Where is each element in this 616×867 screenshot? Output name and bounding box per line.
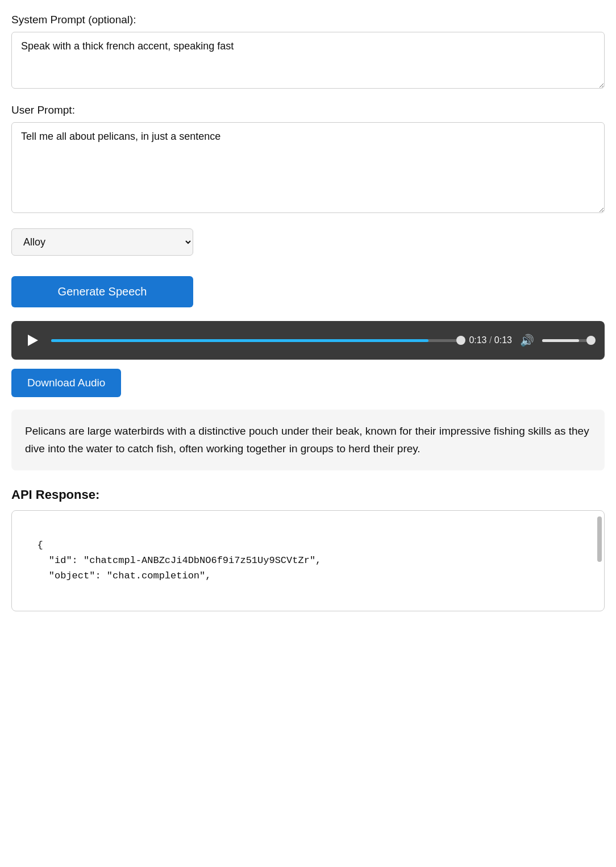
progress-fill [51,339,428,342]
total-time: 0:13 [494,335,512,345]
scrollbar-thumb[interactable] [597,516,602,562]
response-text-box: Pelicans are large waterbirds with a dis… [11,410,605,470]
progress-bar[interactable] [51,339,461,342]
time-separator: / [487,335,494,345]
download-audio-button[interactable]: Download Audio [11,369,121,397]
api-response-code: { "id": "chatcmpl-ANBZcJi4DbNO6f9i7z51Uy… [11,510,605,611]
user-prompt-label: User Prompt: [11,104,605,116]
api-response-heading: API Response: [11,487,605,502]
progress-thumb [456,336,465,345]
code-content: { "id": "chatcmpl-ANBZcJi4DbNO6f9i7z51Uy… [26,540,321,581]
volume-track [542,339,593,342]
system-prompt-input[interactable] [11,32,605,89]
volume-control[interactable] [542,339,593,342]
play-button[interactable] [23,330,43,351]
audio-player: 0:13 / 0:13 🔊 [11,321,605,360]
user-prompt-input[interactable] [11,122,605,213]
volume-fill [542,339,579,342]
generate-speech-button[interactable]: Generate Speech [11,276,193,307]
current-time: 0:13 [469,335,486,345]
voice-select[interactable]: AlloyEchoFableOnyxNovaShimmer [11,228,193,256]
volume-thumb [586,336,596,345]
progress-track [51,339,461,342]
time-display: 0:13 / 0:13 [469,335,512,345]
system-prompt-label: System Prompt (optional): [11,14,605,26]
volume-icon[interactable]: 🔊 [520,334,534,347]
play-icon [28,335,38,346]
